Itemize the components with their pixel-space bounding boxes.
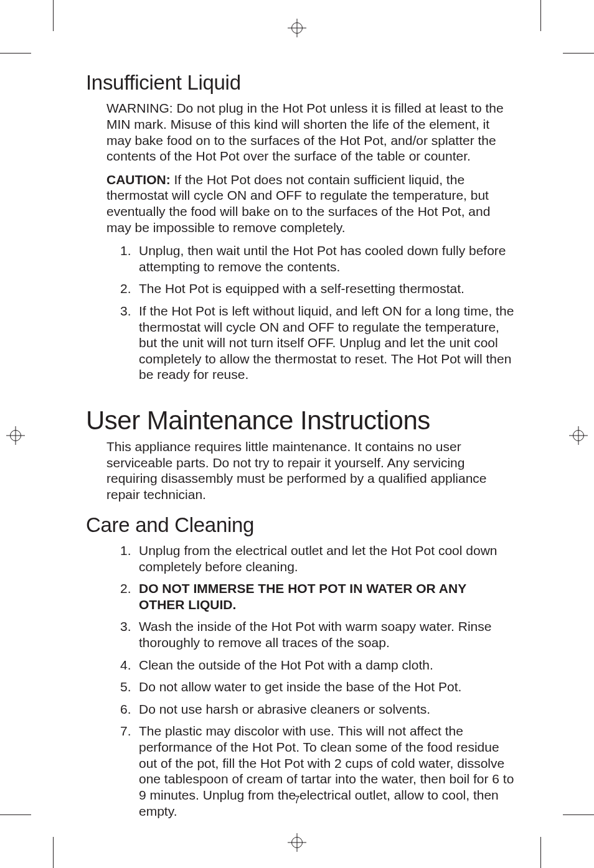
list-number: 1. [120,543,131,559]
list-number: 2. [120,281,131,297]
registration-mark-icon [6,426,25,445]
list-item: 5.Do not allow water to get inside the b… [120,679,516,695]
list-item: 4.Clean the outside of the Hot Pot with … [120,657,516,673]
crop-mark [0,53,31,54]
crop-mark [563,814,594,815]
registration-mark-icon [288,833,306,852]
paragraph-maintenance: This appliance requires little maintenan… [106,439,516,502]
list-text: Clean the outside of the Hot Pot with a … [139,658,433,672]
list-item: 1.Unplug, then wait until the Hot Pot ha… [120,243,516,274]
list-text: Wash the inside of the Hot Pot with warm… [139,619,491,650]
list-text-bold: DO NOT IMMERSE THE HOT POT IN WATER OR A… [139,581,466,612]
crop-mark [0,814,31,815]
list-number: 3. [120,303,131,319]
page-content: Insufficient Liquid WARNING: Do not plug… [86,72,516,825]
list-item: 6.Do not use harsh or abrasive cleaners … [120,701,516,717]
crop-mark [563,53,594,54]
heading-insufficient-liquid: Insufficient Liquid [86,72,516,94]
list-item: 3.If the Hot Pot is left without liquid,… [120,303,516,383]
paragraph-caution: CAUTION: If the Hot Pot does not contain… [106,172,516,235]
list-number: 1. [120,243,131,259]
paragraph-warning: WARNING: Do not plug in the Hot Pot unle… [106,100,516,164]
list-item: 2.DO NOT IMMERSE THE HOT POT IN WATER OR… [120,581,516,612]
list-text: Do not use harsh or abrasive cleaners or… [139,702,430,716]
registration-mark-icon [288,19,306,37]
list-item: 3.Wash the inside of the Hot Pot with wa… [120,618,516,650]
heading-user-maintenance: User Maintenance Instructions [86,406,516,435]
heading-care-cleaning: Care and Cleaning [86,514,516,536]
list-text: Unplug, then wait until the Hot Pot has … [139,243,506,274]
list-item: 1.Unplug from the electrical outlet and … [120,543,516,574]
list-number: 5. [120,679,131,695]
list-number: 4. [120,657,131,673]
crop-mark [540,837,541,868]
crop-mark [540,0,541,31]
list-number: 2. [120,581,131,597]
registration-mark-icon [569,426,588,445]
list-number: 3. [120,618,131,635]
page-number: 7 [0,795,594,806]
list-text: If the Hot Pot is left without liquid, a… [139,304,514,381]
list-text: Unplug from the electrical outlet and le… [139,543,497,574]
list-item: 2.The Hot Pot is equipped with a self-re… [120,281,516,297]
caution-label: CAUTION: [106,172,171,187]
list-number: 7. [120,723,131,739]
crop-mark [53,0,54,31]
list-text: Do not allow water to get inside the bas… [139,679,461,694]
list-text: The Hot Pot is equipped with a self-rese… [139,281,464,296]
list-insufficient-liquid: 1.Unplug, then wait until the Hot Pot ha… [120,243,516,383]
crop-mark [53,837,54,868]
list-care-cleaning: 1.Unplug from the electrical outlet and … [120,543,516,819]
list-number: 6. [120,701,131,717]
